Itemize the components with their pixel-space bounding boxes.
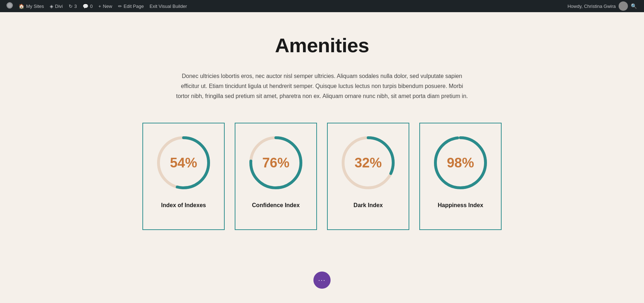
card-happiness-index: 98% Happiness Index (419, 123, 502, 230)
search-icon[interactable]: 🔍 (631, 3, 637, 9)
admin-bar-right: Howdy, Christina Gwira 🔍 (567, 1, 640, 11)
comments-link[interactable]: 💬 0 (80, 0, 96, 12)
main-content: Amenities Donec ultricies lobortis eros,… (0, 12, 644, 303)
card-index-of-indexes: 54% Index of Indexes (142, 123, 225, 230)
card-title-confidence-index: Confidence Index (252, 202, 299, 209)
new-label: New (103, 4, 112, 9)
circle-container-happiness-index: 98% (432, 134, 489, 191)
divi-icon: ◈ (50, 4, 53, 9)
wp-icon (6, 2, 13, 10)
new-link[interactable]: + New (96, 0, 115, 12)
divi-label: Divi (55, 4, 63, 9)
my-sites-link[interactable]: 🏠 My Sites (16, 0, 47, 12)
edit-page-link[interactable]: ✏ Edit Page (115, 0, 147, 12)
updates-icon: ↻ (69, 4, 73, 9)
updates-count: 3 (74, 4, 77, 9)
circle-label-dark-index: 32% (355, 155, 382, 171)
circle-label-happiness-index: 98% (447, 155, 474, 171)
card-confidence-index: 76% Confidence Index (235, 123, 317, 230)
comments-icon: 💬 (83, 4, 88, 9)
card-title-happiness-index: Happiness Index (438, 202, 483, 209)
floating-btn-icon: ··· (318, 277, 326, 284)
card-title-dark-index: Dark Index (353, 202, 383, 209)
card-title-index-of-indexes: Index of Indexes (161, 202, 206, 209)
updates-link[interactable]: ↻ 3 (66, 0, 80, 12)
divi-link[interactable]: ◈ Divi (47, 0, 66, 12)
cards-grid: 54% Index of Indexes 76% Confidence Inde… (142, 123, 502, 230)
admin-bar: 🏠 My Sites ◈ Divi ↻ 3 💬 0 + New ✏ Edit P… (0, 0, 644, 12)
circle-label-index-of-indexes: 54% (170, 155, 197, 171)
greeting-text: Howdy, Christina Gwira (567, 4, 616, 9)
comments-count: 0 (90, 4, 93, 9)
circle-container-dark-index: 32% (340, 134, 397, 191)
exit-builder-link[interactable]: Exit Visual Builder (147, 0, 190, 12)
card-dark-index: 32% Dark Index (327, 123, 409, 230)
plus-icon: + (98, 4, 101, 9)
page-title: Amenities (275, 34, 369, 57)
edit-page-label: Edit Page (124, 4, 144, 9)
pencil-icon: ✏ (118, 4, 122, 9)
home-icon: 🏠 (19, 4, 24, 9)
my-sites-label: My Sites (26, 4, 44, 9)
page-description: Donec ultricies lobortis eros, nec aucto… (175, 71, 469, 101)
circle-container-index-of-indexes: 54% (155, 134, 212, 191)
wp-logo[interactable] (4, 0, 16, 12)
circle-label-confidence-index: 76% (262, 155, 289, 171)
avatar (619, 1, 628, 11)
exit-label: Exit Visual Builder (150, 4, 187, 9)
floating-menu-button[interactable]: ··· (313, 272, 331, 289)
circle-container-confidence-index: 76% (247, 134, 304, 191)
